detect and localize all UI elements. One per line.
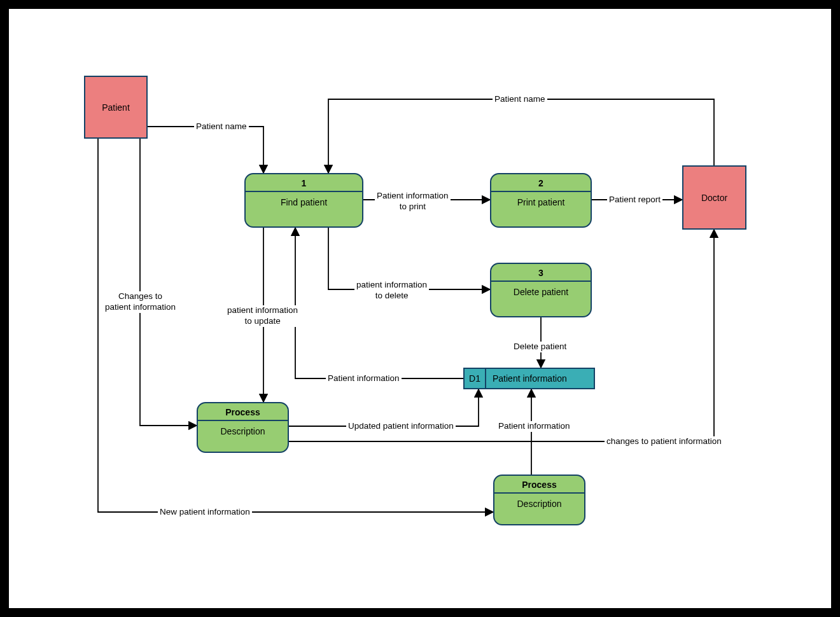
process-number: 1 [246,174,362,192]
process-number: Process [494,476,584,494]
datastore-id: D1 [465,369,486,388]
entity-label: Patient [102,102,130,113]
flow-label: changes to patient information [605,436,724,447]
datastore-patient-info: D1 Patient information [463,368,595,389]
flow-label: patient information to delete [354,280,429,302]
process-find-patient: 1 Find patient [244,173,363,228]
datastore-name: Patient information [486,369,594,388]
flow-label: Patient information [496,421,572,432]
flow-label: Patient information to print [375,191,451,212]
process-new: Process Description [493,475,585,525]
flow-label: Patient report [607,195,662,205]
process-delete-patient: 3 Delete patient [490,263,592,317]
diagram-canvas: Patient Doctor 1 Find patient 2 Print pa… [9,9,831,608]
process-title: Delete patient [491,282,591,302]
entity-patient: Patient [84,76,148,139]
process-title: Description [494,494,584,514]
entity-doctor: Doctor [682,165,746,230]
process-number: 3 [491,264,591,282]
process-title: Description [198,421,288,441]
entity-label: Doctor [701,193,727,203]
flow-label: patient information to update [225,305,300,327]
flow-label: Changes to patient information [103,291,178,313]
process-number: 2 [491,174,591,192]
process-update: Process Description [197,402,289,453]
flow-label: Patient name [194,121,249,132]
process-number: Process [198,403,288,421]
flow-label: Patient name [493,94,547,105]
flow-label: Delete patient [512,342,568,352]
process-title: Print patient [491,192,591,212]
process-print-patient: 2 Print patient [490,173,592,228]
flow-label: New patient information [158,507,252,518]
flow-label: Updated patient information [346,421,456,432]
process-title: Find patient [246,192,362,212]
flow-label: Patient information [326,373,402,384]
